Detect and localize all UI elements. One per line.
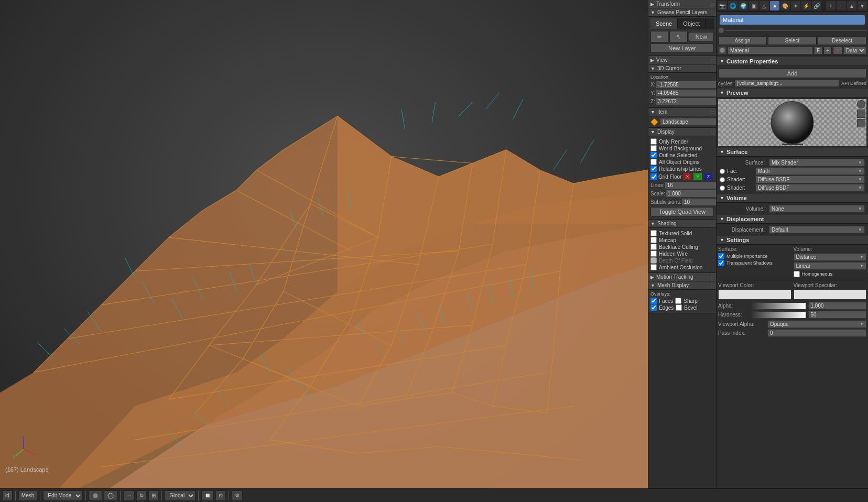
panel-minus-btn[interactable]: −: [837, 1, 846, 10]
linear-select[interactable]: Linear ▼: [794, 262, 867, 270]
subdivisions-input[interactable]: [681, 198, 716, 206]
shader1-value[interactable]: Diffuse BSDF ▼: [755, 176, 865, 183]
new-btn[interactable]: New: [689, 32, 714, 41]
tools-btn[interactable]: ⚙: [232, 490, 243, 501]
scene-icon[interactable]: 🌐: [728, 1, 737, 10]
displacement-value[interactable]: Default ▼: [769, 226, 865, 234]
viewport-color-swatch[interactable]: [718, 289, 791, 300]
volume-header[interactable]: ▼ Volume: [717, 194, 868, 203]
motion-tracking-section-header[interactable]: ▶ Motion Tracking ::: [648, 273, 716, 281]
world-bg-check[interactable]: [650, 145, 657, 151]
toggle-quad-view-btn[interactable]: Toggle Quad View: [650, 207, 714, 216]
grid-floor-check[interactable]: [650, 173, 657, 180]
alpha-slider[interactable]: [752, 302, 806, 310]
mat-remove-slot-btn[interactable]: ✕: [833, 47, 842, 54]
xyz-z-btn[interactable]: Z: [703, 172, 713, 181]
hardness-slider[interactable]: [752, 311, 806, 319]
rotate-btn[interactable]: ↻: [136, 490, 147, 501]
new-layer-btn[interactable]: New Layer: [650, 43, 714, 53]
transparent-shadows-check[interactable]: [718, 260, 724, 266]
object-icon[interactable]: ▣: [749, 1, 758, 10]
xyz-x-btn[interactable]: X: [682, 172, 692, 181]
mesh-display-section-header[interactable]: ▼ Mesh Display ::: [648, 281, 716, 290]
render-icon[interactable]: 📷: [718, 1, 727, 10]
displacement-header[interactable]: ▼ Displacement: [717, 215, 868, 224]
cursor-btn[interactable]: ↖: [669, 31, 687, 42]
grease-pencil-section-header[interactable]: ▼ Grease Pencil Layers ::: [648, 8, 716, 17]
tab-scene[interactable]: Scene: [650, 18, 678, 29]
dof-check[interactable]: [650, 257, 657, 264]
scale-btn[interactable]: ⊞: [148, 490, 159, 501]
world-icon[interactable]: 🌍: [739, 1, 748, 10]
texture-icon[interactable]: 🎨: [780, 1, 790, 10]
matcap-check[interactable]: [650, 237, 657, 243]
only-render-check[interactable]: [650, 138, 657, 145]
scale-input[interactable]: [665, 190, 716, 198]
viewport[interactable]: User Persp: [0, 0, 648, 488]
shading-section-header[interactable]: ▼ Shading ::: [648, 220, 716, 228]
bevel-check[interactable]: [676, 304, 682, 311]
fac-value[interactable]: Math ▼: [755, 167, 865, 175]
transform-section-header[interactable]: ▶ Transform ::: [648, 0, 716, 8]
proportional-btn[interactable]: ⊙: [215, 490, 226, 501]
preview-plane-icon[interactable]: [857, 110, 865, 118]
xyz-y-btn[interactable]: Y: [693, 172, 702, 181]
edit-mode-select[interactable]: Edit Mode: [43, 490, 83, 501]
cursor-x-input[interactable]: [655, 81, 716, 89]
preview-header[interactable]: ▼ Preview: [717, 89, 868, 97]
item-section-header[interactable]: ▼ Item ::: [648, 108, 716, 116]
material-name-input[interactable]: [728, 47, 813, 54]
item-name-input[interactable]: [660, 118, 716, 126]
physics-icon[interactable]: ⚡: [801, 1, 811, 10]
global-select[interactable]: Global: [165, 490, 196, 501]
panel-down-btn[interactable]: ▼: [858, 1, 867, 10]
backface-check[interactable]: [650, 244, 657, 250]
tab-object[interactable]: Object: [678, 18, 706, 29]
panel-up-btn[interactable]: ▲: [847, 1, 856, 10]
fac-radio[interactable]: [720, 169, 725, 174]
preview-handle[interactable]: [782, 144, 803, 145]
cursor-y-input[interactable]: [655, 89, 716, 97]
select-btn[interactable]: Select: [768, 36, 817, 45]
view-section-header[interactable]: ▶ View ::: [648, 56, 716, 64]
homogeneous-check[interactable]: [794, 271, 800, 277]
particles-icon[interactable]: ✦: [791, 1, 800, 10]
faces-check[interactable]: [650, 298, 657, 304]
shader1-radio[interactable]: [720, 177, 725, 182]
alpha-input[interactable]: [808, 302, 867, 310]
wireframe-btn[interactable]: [104, 490, 117, 501]
pencil-icon-btn[interactable]: ✏: [650, 31, 668, 42]
mesh-icon[interactable]: △: [760, 1, 769, 10]
deselect-btn[interactable]: Deselect: [818, 36, 866, 45]
cursor-z-input[interactable]: [655, 97, 716, 105]
surface-header[interactable]: ▼ Surface: [717, 148, 868, 157]
transform-btn[interactable]: ↔: [123, 490, 135, 501]
distance-select[interactable]: Distance ▼: [794, 253, 867, 261]
mesh-btn[interactable]: Mesh: [18, 490, 37, 501]
shader2-value[interactable]: Diffuse BSDF ▼: [755, 184, 865, 192]
outline-selected-check[interactable]: [650, 152, 657, 158]
lines-input[interactable]: [665, 181, 716, 189]
multiple-importance-check[interactable]: [718, 253, 724, 259]
viewport-shading-btn[interactable]: [89, 490, 102, 501]
viewport-specular-swatch[interactable]: [794, 289, 867, 300]
volume-value[interactable]: None ▼: [769, 205, 865, 213]
material-icon[interactable]: ●: [770, 1, 779, 10]
preview-cube-icon[interactable]: [857, 119, 865, 127]
all-origins-check[interactable]: [650, 159, 657, 165]
textured-solid-check[interactable]: [650, 230, 657, 236]
surface-value[interactable]: Mix Shader ▼: [769, 159, 865, 167]
preview-sphere-icon[interactable]: [857, 100, 865, 108]
ambient-occlusion-check[interactable]: [650, 264, 657, 270]
pass-index-input[interactable]: [767, 329, 866, 337]
hidden-wire-check[interactable]: [650, 250, 657, 257]
add-custom-prop-btn[interactable]: Add: [718, 69, 866, 78]
shader2-radio[interactable]: [720, 185, 725, 191]
sharp-check[interactable]: [675, 298, 681, 304]
snap-btn[interactable]: 🔲: [201, 490, 214, 501]
constraints-icon[interactable]: 🔗: [812, 1, 821, 10]
rel-lines-check[interactable]: [650, 166, 657, 172]
mat-add-slot-btn[interactable]: +: [823, 47, 832, 54]
hardness-input[interactable]: [808, 311, 867, 319]
data-select[interactable]: Data: [843, 47, 866, 54]
